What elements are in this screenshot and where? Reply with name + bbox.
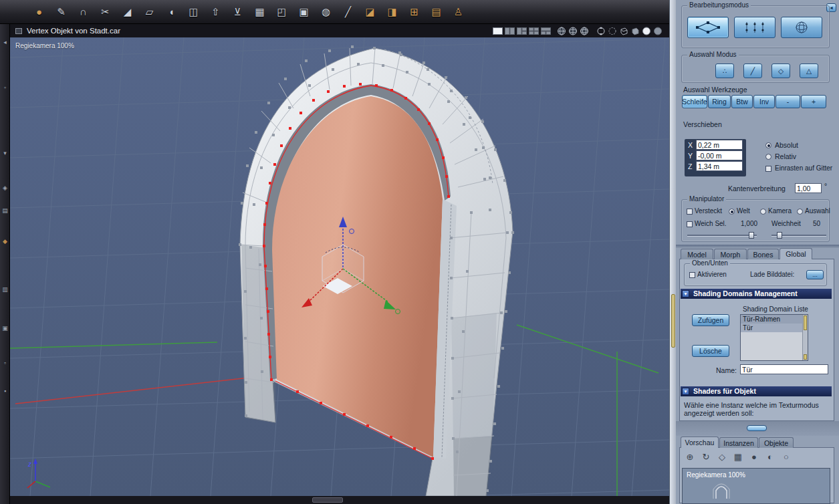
wire-sphere-view-icon[interactable]: ○ bbox=[780, 452, 792, 462]
mode-wireframe-button[interactable] bbox=[687, 17, 729, 38]
list-item-tuer[interactable]: Tür bbox=[741, 324, 808, 332]
layout-single-icon[interactable] bbox=[493, 27, 503, 35]
mode-vertices-button[interactable] bbox=[734, 17, 775, 38]
layout-4pane-icon[interactable] bbox=[529, 27, 539, 35]
wire-cube-icon[interactable] bbox=[619, 27, 628, 35]
wire-globe-1-icon[interactable] bbox=[557, 27, 566, 35]
line-tool-icon[interactable]: ╱ bbox=[340, 3, 356, 21]
camera-radio[interactable] bbox=[760, 209, 766, 215]
between-select-button[interactable]: Btw bbox=[731, 95, 753, 108]
marquee-tool-icon[interactable]: ▱ bbox=[141, 3, 158, 21]
selection-radio[interactable] bbox=[797, 209, 803, 215]
uv-sphere-tool-icon[interactable]: ◍ bbox=[318, 3, 334, 21]
hidden-checkbox[interactable] bbox=[687, 209, 693, 215]
figure-tool-icon[interactable]: ♙ bbox=[450, 3, 467, 21]
bevel-tool-icon[interactable]: ◢ bbox=[119, 3, 136, 21]
shell-tool-icon[interactable]: ◨ bbox=[384, 3, 400, 21]
activate-checkbox[interactable] bbox=[689, 272, 695, 278]
dock-tool-icon-8[interactable]: ▣ bbox=[1, 325, 9, 332]
scissors-tool-icon[interactable]: ✂ bbox=[97, 3, 114, 21]
grid-view-icon[interactable]: ▦ bbox=[732, 452, 744, 462]
solid-cube-icon[interactable] bbox=[630, 27, 640, 35]
dock-tool-icon-6[interactable]: ◆ bbox=[1, 238, 9, 245]
dock-tool-icon-4[interactable]: ◈ bbox=[1, 184, 9, 191]
shaded-sphere-icon[interactable] bbox=[642, 27, 651, 35]
tab-model[interactable]: Model bbox=[681, 249, 713, 259]
dock-tool-icon-9[interactable]: ▫ bbox=[1, 360, 9, 366]
shrink-select-button[interactable]: - bbox=[775, 95, 800, 108]
orbit-view-icon[interactable] bbox=[596, 27, 606, 35]
hscroll-thumb[interactable] bbox=[312, 497, 343, 503]
collapse-triangle-2-icon[interactable]: ▼ bbox=[682, 388, 689, 395]
loop-select-button[interactable]: Schleife bbox=[682, 95, 707, 108]
ring-select-button[interactable]: Ring bbox=[708, 95, 731, 108]
camera-preview-panel[interactable]: Regiekamera 100% bbox=[682, 468, 830, 504]
softness-slider-thumb[interactable] bbox=[777, 232, 782, 239]
dock-tool-icon-10[interactable]: ▪ bbox=[1, 388, 9, 394]
collapse-triangle-icon[interactable]: ▼ bbox=[682, 290, 689, 297]
dock-tool-icon-3[interactable]: ▾ bbox=[1, 150, 9, 156]
sphere-tool-icon[interactable]: ● bbox=[31, 3, 47, 21]
browse-image-button[interactable]: ... bbox=[806, 270, 824, 279]
dock-tool-icon-7[interactable]: ▥ bbox=[1, 286, 9, 293]
dock-tool-icon-2[interactable]: ▫ bbox=[1, 84, 9, 91]
relative-radio[interactable] bbox=[765, 154, 771, 160]
mode-sphere-button[interactable] bbox=[781, 17, 822, 38]
lathe-tool-icon[interactable]: ⊻ bbox=[229, 3, 246, 21]
half-sphere-view-icon[interactable]: ◐ bbox=[764, 452, 776, 462]
absolute-radio[interactable] bbox=[765, 142, 771, 148]
tab-instanzen[interactable]: Instanzen bbox=[719, 437, 758, 448]
x-input[interactable] bbox=[696, 140, 743, 150]
soft-select-checkbox[interactable] bbox=[687, 221, 693, 227]
dashed-circle-icon[interactable] bbox=[608, 27, 617, 35]
grow-select-button[interactable]: + bbox=[801, 95, 826, 108]
world-radio[interactable] bbox=[729, 209, 735, 215]
pen-tool-icon[interactable]: ✎ bbox=[53, 3, 70, 21]
grey-sphere-icon[interactable] bbox=[653, 27, 663, 35]
wire-globe-3-icon[interactable] bbox=[580, 27, 589, 35]
layout-3pane-icon[interactable] bbox=[517, 27, 527, 35]
select-edge-button[interactable]: ╱ bbox=[743, 64, 762, 78]
select-polygon-button[interactable]: ◇ bbox=[771, 64, 790, 78]
box-tool-icon[interactable]: ◰ bbox=[273, 3, 290, 21]
viewport-canvas[interactable]: z Regiekamera 100% bbox=[10, 37, 669, 496]
diamond-view-icon[interactable]: ◇ bbox=[716, 452, 728, 462]
layout-4pane-alt-icon[interactable] bbox=[541, 27, 551, 35]
tab-morph[interactable]: Morph bbox=[714, 249, 747, 259]
snap-grid-checkbox[interactable] bbox=[765, 166, 771, 172]
magnet-tool-icon[interactable]: ∩ bbox=[75, 3, 92, 21]
tab-global[interactable]: Global bbox=[780, 248, 812, 259]
panel-resize-handle[interactable] bbox=[747, 425, 767, 431]
softness-slider[interactable] bbox=[771, 235, 826, 236]
tab-objekte[interactable]: Objekte bbox=[759, 437, 794, 448]
soft-select-slider[interactable] bbox=[687, 235, 757, 236]
dock-tool-icon-5[interactable]: ▤ bbox=[1, 207, 9, 214]
splitter-thumb[interactable] bbox=[671, 294, 675, 348]
layout-2pane-icon[interactable] bbox=[505, 27, 515, 35]
wire-globe-2-icon[interactable] bbox=[568, 27, 578, 35]
domain-name-input[interactable] bbox=[740, 364, 828, 374]
duplicate-tool-icon[interactable]: ▣ bbox=[295, 3, 312, 21]
shading-domain-list[interactable]: Tür-Rahmen Tür bbox=[740, 314, 808, 361]
y-input[interactable] bbox=[696, 150, 743, 160]
edge-spread-input[interactable] bbox=[795, 183, 822, 193]
arch-object[interactable] bbox=[239, 45, 514, 496]
plane-tool-icon[interactable]: ▤ bbox=[428, 3, 445, 21]
shaders-header[interactable]: ▼ Shaders für Objekt bbox=[681, 386, 832, 396]
select-vertex-button[interactable]: ∴ bbox=[715, 64, 734, 78]
mesh-tool-icon[interactable]: ▦ bbox=[251, 3, 268, 21]
select-object-button[interactable]: △ bbox=[800, 64, 818, 78]
shading-domains-header[interactable]: ▼ Shading Domains Management bbox=[681, 289, 832, 299]
dome-tool-icon[interactable]: ◖ bbox=[163, 3, 180, 21]
viewport-hscrollbar[interactable] bbox=[10, 496, 669, 504]
invert-select-button[interactable]: Inv bbox=[753, 95, 775, 108]
stamp-tool-icon[interactable]: ◫ bbox=[185, 3, 202, 21]
list-item-tuer-rahmen[interactable]: Tür-Rahmen bbox=[741, 315, 808, 324]
tab-bones[interactable]: Bones bbox=[747, 249, 779, 259]
rotate-view-icon[interactable]: ↻ bbox=[700, 452, 712, 462]
add-domain-button[interactable]: Zufügen bbox=[692, 314, 729, 326]
extrude-tool-icon[interactable]: ⇧ bbox=[207, 3, 224, 21]
list-scroll-end[interactable] bbox=[804, 354, 807, 360]
delete-domain-button[interactable]: Lösche bbox=[692, 345, 729, 357]
tab-vorschau[interactable]: Vorschau bbox=[681, 436, 719, 448]
